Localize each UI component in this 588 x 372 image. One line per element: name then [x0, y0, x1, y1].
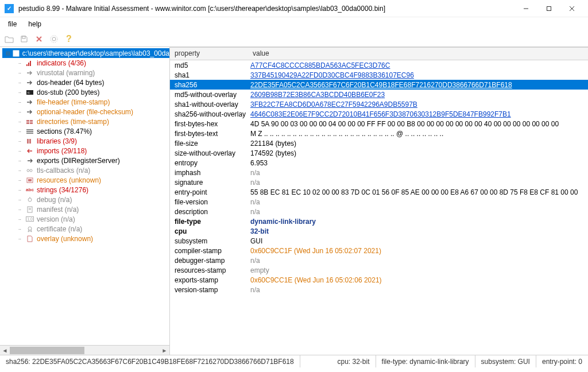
property-value: 32-bit: [248, 227, 588, 235]
property-row[interactable]: version-stampn/a: [170, 285, 588, 294]
svg-rect-18: [30, 122, 33, 124]
tree-item[interactable]: ··abcstrings (34/1276): [2, 185, 169, 195]
tree-item[interactable]: ··optional-header (file-checksum): [2, 107, 169, 117]
svg-rect-10: [26, 64, 28, 66]
property-row[interactable]: imphashn/a: [170, 168, 588, 177]
maximize-button[interactable]: [537, 0, 560, 17]
tree-item-label: version (n/a): [37, 215, 75, 223]
tree-item[interactable]: ··dos-header (64 bytes): [2, 78, 169, 87]
scroll-thumb[interactable]: [10, 347, 84, 354]
property-row[interactable]: first-bytes-textM Z .. .. .. .. .. .. ..…: [170, 129, 588, 138]
property-row[interactable]: file-typedynamic-link-library: [170, 216, 588, 226]
tree-item[interactable]: ··resources (unknown): [2, 175, 169, 185]
menu-file[interactable]: file: [3, 19, 21, 29]
property-name: file-size: [170, 140, 248, 148]
property-row[interactable]: md5-without-overlay2609B98B72E3B86CA3BCD…: [170, 90, 588, 99]
tree-item-label: optional-header (file-checksum): [37, 108, 133, 116]
svg-rect-11: [28, 63, 29, 66]
property-row[interactable]: sha1337B45190429A22FD0D30CBC4F9883B36107…: [170, 70, 588, 80]
collapse-icon[interactable]: ⊟: [6, 51, 11, 56]
properties-header: property value: [170, 48, 588, 60]
property-name: first-bytes-text: [170, 130, 248, 138]
arrow-r-icon: [25, 69, 34, 77]
arrow-o-icon: [25, 98, 34, 106]
tree-hscrollbar[interactable]: ◄ ►: [0, 345, 169, 355]
column-value[interactable]: value: [248, 48, 274, 60]
titlebar: ✓ pestudio 8.99 - Malware Initial Assess…: [0, 0, 588, 17]
tree-item[interactable]: ··libraries (3/9): [2, 136, 169, 146]
scroll-left-button[interactable]: ◄: [0, 346, 10, 355]
property-row[interactable]: size-without-overlay174592 (bytes): [170, 148, 588, 158]
property-value: 2609B98B72E3B86CA3BCDD40BB6E0F23: [248, 91, 588, 99]
minimize-button[interactable]: [514, 0, 537, 17]
property-name: cpu: [170, 227, 248, 235]
arrow-o-icon: [25, 79, 34, 87]
tree-item[interactable]: ··tls-callbacks (n/a): [2, 165, 169, 175]
property-name: file-type: [170, 218, 248, 226]
tree-scroll[interactable]: ⊟ c:\users\thereaper\desktop\samples\lab…: [0, 47, 169, 345]
property-row[interactable]: compiler-stamp0x60C9CC1F (Wed Jun 16 05:…: [170, 246, 588, 255]
property-row[interactable]: descriptionn/a: [170, 207, 588, 216]
scroll-right-button[interactable]: ►: [160, 346, 169, 355]
property-row[interactable]: sha25622DE35FA05C2CA35663F67C6F20B1C49B1…: [170, 80, 588, 90]
bars-icon: [25, 59, 34, 67]
tree-item[interactable]: ··virustotal (warning): [2, 68, 169, 78]
tree-item[interactable]: ··directories (time-stamp): [2, 117, 169, 126]
tree-root-label: c:\users\thereaper\desktop\samples\lab03…: [22, 49, 169, 57]
tree-item[interactable]: ··manifest (n/a): [2, 204, 169, 214]
property-row[interactable]: cpu32-bit: [170, 226, 588, 236]
menu-help[interactable]: help: [24, 19, 46, 29]
column-property[interactable]: property: [170, 48, 248, 60]
property-value: 22DE35FA05C2CA35663F67C6F20B1C49B18FE68F…: [248, 81, 588, 89]
tree-item[interactable]: ··overlay (unknown): [2, 234, 169, 243]
tree-item[interactable]: ··c:dos-stub (200 bytes): [2, 87, 169, 97]
property-name: exports-stamp: [170, 276, 248, 284]
property-name: file-version: [170, 198, 248, 206]
about-button[interactable]: ?: [63, 33, 75, 45]
tree-item[interactable]: ··certificate (n/a): [2, 224, 169, 234]
property-row[interactable]: first-bytes-hex4D 5A 90 00 03 00 00 00 0…: [170, 119, 588, 129]
close-button[interactable]: [560, 0, 583, 17]
tree-item[interactable]: ··indicators (4/36): [2, 58, 169, 68]
open-button[interactable]: [3, 33, 15, 45]
property-row[interactable]: md5A77CF4C8CCCC885BDA563AC5FEC3D76C: [170, 60, 588, 70]
settings-button[interactable]: [48, 33, 60, 45]
status-entrypoint: entry-point: 0: [536, 355, 588, 367]
tree-item[interactable]: ··exports (DllRegisterServer): [2, 156, 169, 165]
svg-rect-4: [22, 36, 25, 38]
property-name: md5: [170, 61, 248, 69]
tree-item[interactable]: ··sections (78.47%): [2, 126, 169, 136]
property-row[interactable]: exports-stamp0x60C9CC1E (Wed Jun 16 05:0…: [170, 275, 588, 285]
property-row[interactable]: entry-point55 8B EC 81 EC 10 02 00 00 83…: [170, 187, 588, 197]
delete-button[interactable]: [33, 33, 45, 45]
property-value: 221184 (bytes): [248, 140, 588, 148]
property-row[interactable]: resources-stampempty: [170, 265, 588, 275]
tree-item[interactable]: ··1.0version (n/a): [2, 214, 169, 224]
console-icon: c:: [25, 88, 34, 96]
tree-item-label: resources (unknown): [37, 176, 101, 184]
svg-point-8: [51, 36, 57, 42]
property-row[interactable]: sha256-without-overlay4646C083E2E06E7F9C…: [170, 109, 588, 119]
property-row[interactable]: entropy6.953: [170, 158, 588, 168]
property-value: A77CF4C8CCCC885BDA563AC5FEC3D76C: [248, 61, 588, 69]
save-button[interactable]: [18, 33, 30, 45]
property-row[interactable]: file-versionn/a: [170, 197, 588, 207]
property-name: imphash: [170, 169, 248, 177]
properties-pane: property value md5A77CF4C8CCCC885BDA563A…: [170, 47, 588, 355]
svg-point-25: [30, 169, 32, 172]
property-row[interactable]: file-size221184 (bytes): [170, 138, 588, 148]
tree-root-node[interactable]: ⊟ c:\users\thereaper\desktop\samples\lab…: [2, 48, 169, 58]
tree-item[interactable]: ··imports (29/118): [2, 146, 169, 156]
tree-item[interactable]: ··file-header (time-stamp): [2, 97, 169, 107]
tree-item[interactable]: ··debug (n/a): [2, 195, 169, 204]
app-icon: ✓: [5, 4, 14, 13]
tree-item-label: manifest (n/a): [37, 206, 79, 214]
property-row[interactable]: sha1-without-overlay3FB22C7EA8CD6D0A678E…: [170, 99, 588, 109]
property-row[interactable]: signaturen/a: [170, 177, 588, 187]
property-name: size-without-overlay: [170, 149, 248, 157]
scroll-track[interactable]: [10, 346, 160, 355]
property-row[interactable]: subsystemGUI: [170, 236, 588, 246]
properties-body[interactable]: md5A77CF4C8CCCC885BDA563AC5FEC3D76Csha13…: [170, 60, 588, 355]
property-row[interactable]: debugger-stampn/a: [170, 255, 588, 265]
property-name: subsystem: [170, 237, 248, 245]
